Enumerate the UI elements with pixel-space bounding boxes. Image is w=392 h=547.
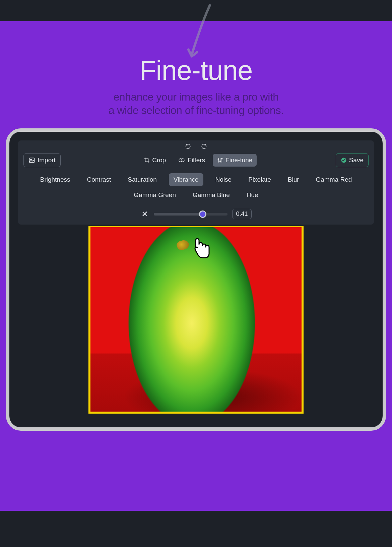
app-top-bar (0, 0, 392, 21)
check-circle-icon (341, 157, 347, 163)
adjust-gamma-red[interactable]: Gamma Red (311, 173, 357, 186)
redo-icon[interactable] (201, 144, 207, 150)
slider-row: ✕ 0.41 (23, 209, 369, 219)
import-label: Import (38, 157, 56, 164)
undo-icon[interactable] (185, 144, 191, 150)
svg-point-4 (218, 159, 219, 160)
image-icon (28, 157, 35, 164)
mode-tabs: Crop Filters (139, 154, 257, 167)
import-button[interactable]: Import (23, 153, 61, 167)
adjust-vibrance[interactable]: Vibrance (169, 173, 203, 186)
adjustment-tabs: BrightnessContrastSaturationVibranceNois… (23, 173, 369, 201)
adjust-gamma-blue[interactable]: Gamma Blue (188, 189, 235, 201)
adjust-saturation[interactable]: Saturation (123, 173, 161, 186)
svg-point-3 (181, 159, 184, 162)
filters-icon (178, 157, 185, 163)
undo-redo-row (23, 144, 369, 150)
adjust-noise[interactable]: Noise (211, 173, 237, 186)
adjust-gamma-green[interactable]: Gamma Green (129, 189, 181, 201)
adjust-contrast[interactable]: Contrast (82, 173, 116, 186)
device-frame: Import Crop (6, 128, 386, 431)
editor-toolbar-panel: Import Crop (18, 140, 374, 225)
tab-crop[interactable]: Crop (139, 154, 170, 167)
hero-title: Fine-tune (0, 55, 392, 86)
adjust-pixelate[interactable]: Pixelate (244, 173, 276, 186)
svg-point-5 (220, 161, 221, 162)
hand-cursor-icon (191, 236, 211, 259)
reset-slider-icon[interactable]: ✕ (140, 210, 149, 219)
save-label: Save (349, 157, 364, 164)
slider-thumb[interactable] (199, 210, 206, 218)
sliders-icon (217, 157, 223, 163)
adjust-blur[interactable]: Blur (283, 173, 304, 186)
bottom-bar (0, 511, 392, 529)
slider-track[interactable] (154, 213, 227, 216)
svg-point-6 (221, 158, 222, 159)
tab-finetune[interactable]: Fine-tune (213, 154, 257, 167)
hero-subtitle: enhance your images like a pro with a wi… (0, 90, 392, 117)
main-toolbar-row: Import Crop (23, 153, 369, 167)
svg-point-1 (30, 159, 31, 160)
adjust-brightness[interactable]: Brightness (36, 173, 75, 186)
adjust-hue[interactable]: Hue (242, 189, 263, 201)
slider-fill (154, 213, 202, 216)
hero-section: Fine-tune enhance your images like a pro… (0, 21, 392, 529)
canvas-area (18, 226, 374, 414)
slider-value[interactable]: 0.41 (232, 209, 251, 219)
crop-icon (144, 157, 150, 163)
tab-filters[interactable]: Filters (174, 154, 209, 167)
save-button[interactable]: Save (336, 153, 369, 167)
